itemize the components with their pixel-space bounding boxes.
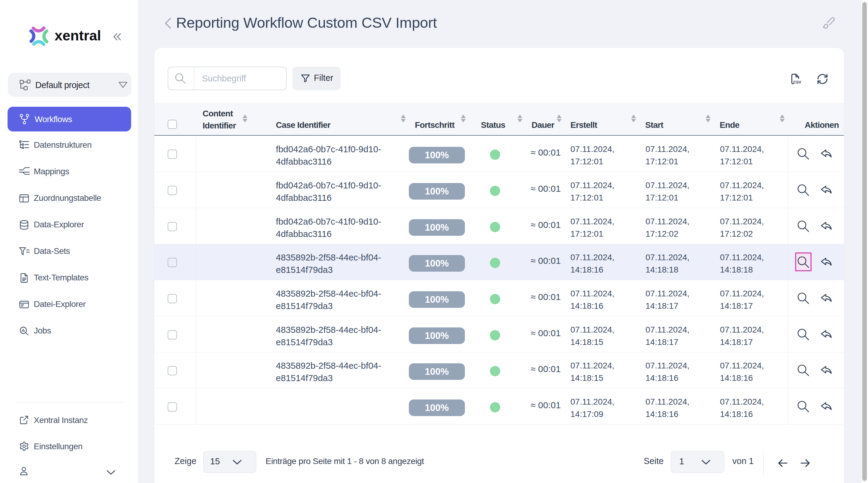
svg-text:CSV: CSV <box>793 81 801 85</box>
